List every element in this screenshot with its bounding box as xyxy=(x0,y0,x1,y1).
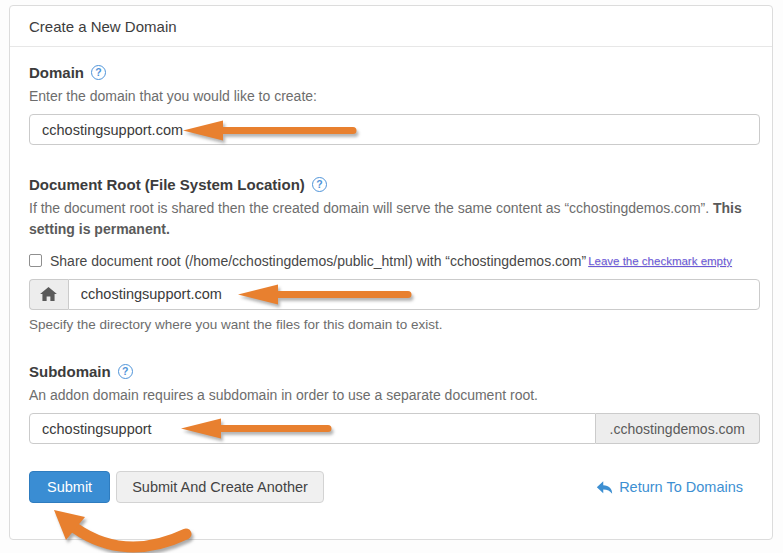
share-docroot-row: Share document root (/home/cchostingdemo… xyxy=(29,253,753,269)
domain-description: Enter the domain that you would like to … xyxy=(29,86,753,106)
domain-label: Domain xyxy=(29,64,84,81)
domain-input[interactable] xyxy=(29,114,760,145)
subdomain-description: An addon domain requires a subdomain in … xyxy=(29,385,753,405)
subdomain-suffix: .cchostingdemos.com xyxy=(596,413,760,444)
share-docroot-label[interactable]: Share document root (/home/cchostingdemo… xyxy=(50,253,586,269)
return-to-domains-link[interactable]: Return To Domains xyxy=(596,479,743,495)
document-root-label: Document Root (File System Location) xyxy=(29,176,305,193)
annotation-arrow-curved xyxy=(34,507,194,553)
subdomain-section: Subdomain ? An addon domain requires a s… xyxy=(29,363,753,444)
share-docroot-checkbox[interactable] xyxy=(29,254,42,267)
question-circle-icon[interactable]: ? xyxy=(312,177,327,192)
document-root-description: If the document root is shared then the … xyxy=(29,198,753,239)
domain-section: Domain ? Enter the domain that you would… xyxy=(29,64,753,145)
submit-button[interactable]: Submit xyxy=(29,471,110,503)
card-body: Domain ? Enter the domain that you would… xyxy=(10,47,772,511)
subdomain-input[interactable] xyxy=(29,413,596,444)
home-icon xyxy=(40,287,57,301)
create-domain-card: Create a New Domain Domain ? Enter the d… xyxy=(9,5,773,540)
question-circle-icon[interactable]: ? xyxy=(118,364,133,379)
document-root-help: Specify the directory where you want the… xyxy=(29,317,753,332)
page-background: Create a New Domain Domain ? Enter the d… xyxy=(0,0,783,553)
reply-arrow-icon xyxy=(596,480,613,495)
document-root-input[interactable] xyxy=(68,279,760,310)
footer-actions: Submit Submit And Create Another Return … xyxy=(29,471,753,503)
annotation-note: Leave the checkmark empty xyxy=(588,255,732,267)
question-circle-icon[interactable]: ? xyxy=(91,65,106,80)
submit-and-create-another-button[interactable]: Submit And Create Another xyxy=(116,471,324,503)
home-icon-addon xyxy=(29,279,68,310)
subdomain-label: Subdomain xyxy=(29,363,111,380)
card-title: Create a New Domain xyxy=(10,6,772,47)
document-root-section: Document Root (File System Location) ? I… xyxy=(29,176,753,332)
